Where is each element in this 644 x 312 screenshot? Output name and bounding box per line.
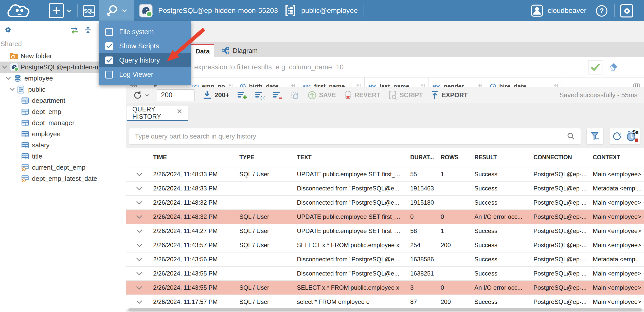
tree-item-title[interactable]: title — [0, 151, 126, 162]
grid-column-header-birth_date[interactable]: birth_date — [236, 77, 299, 87]
checkbox-unchecked-icon[interactable] — [105, 28, 113, 36]
help-button[interactable]: ? — [595, 5, 608, 18]
grid-column-header-gender[interactable]: abcgender — [429, 77, 486, 87]
sidebar-settings-gear-icon[interactable] — [4, 26, 12, 34]
revert-button[interactable]: REVERT — [344, 91, 380, 100]
add-row-button[interactable] — [237, 91, 247, 100]
tree-expander-icon[interactable] — [2, 65, 10, 69]
query-history-search-input[interactable] — [135, 132, 567, 140]
refresh-icon[interactable] — [612, 131, 622, 142]
sort-icon[interactable] — [228, 83, 234, 87]
export-button[interactable]: EXPORT — [431, 91, 468, 100]
query-history-row[interactable]: 2/26/2024, 11:48:32 PMSQL / UserUPDATE p… — [126, 209, 644, 224]
chevron-down-icon[interactable] — [66, 9, 72, 14]
query-history-row[interactable]: 2/26/2024, 11:48:32 PMDisconnected from … — [126, 195, 644, 209]
grid-column-header-last_name[interactable]: abclast_name — [365, 77, 429, 87]
query-history-row[interactable]: 2/26/2024, 11:43:55 PMDisconnected from … — [126, 266, 644, 280]
expand-chevron-icon — [136, 286, 143, 290]
menu-item-show-scripts[interactable]: Show Scripts — [99, 39, 191, 53]
tree-item-dept-emp[interactable]: dept_emp — [0, 106, 126, 117]
close-icon[interactable] — [177, 109, 182, 114]
query-history-row[interactable]: 2/26/2024, 11:44:27 PMSQL / UserUPDATE p… — [126, 224, 644, 238]
script-button[interactable]: SCRIPT — [388, 91, 423, 100]
expand-chevron-icon[interactable] — [126, 252, 153, 266]
horizontal-scrollbar[interactable] — [128, 308, 642, 311]
checkbox-unchecked-icon[interactable] — [105, 71, 113, 79]
sort-icon[interactable] — [478, 83, 484, 87]
checkbox-checked-icon[interactable] — [105, 42, 113, 50]
expand-chevron-icon[interactable] — [126, 281, 153, 295]
qh-column-header-text[interactable]: TEXT — [297, 148, 410, 167]
collapse-all-icon[interactable] — [84, 26, 92, 34]
auto-refresh-timer-button[interactable]: 5s — [625, 130, 638, 142]
expand-chevron-icon[interactable] — [126, 224, 153, 238]
qh-column-header-time[interactable]: TIME — [153, 148, 239, 167]
qh-column-header-type[interactable]: TYPE — [239, 148, 297, 167]
fetch-more-button[interactable]: 200+ — [202, 91, 229, 100]
cloudbeaver-logo-icon[interactable] — [6, 2, 34, 21]
grid-column-header-first_name[interactable]: abcfirst_name — [299, 77, 365, 87]
tree-item-salary[interactable]: salary — [0, 140, 126, 151]
clear-filter-button[interactable] — [609, 63, 619, 72]
query-history-row[interactable]: 2/26/2024, 11:43:55 PMSQL / UserSELECT x… — [126, 280, 644, 295]
refresh-button[interactable] — [133, 90, 149, 100]
expand-chevron-icon[interactable] — [126, 238, 153, 252]
connection-selector[interactable]: PostgreSQL@ep-hidden-moon-55203 — [139, 0, 278, 21]
tree-expander-icon[interactable] — [9, 88, 17, 91]
expand-chevron-icon[interactable] — [126, 210, 153, 224]
auto-refresh-button[interactable] — [290, 91, 300, 100]
tree-item-employee[interactable]: employee — [0, 128, 126, 140]
sort-icon[interactable] — [356, 83, 362, 87]
tree-item-public[interactable]: public — [0, 84, 126, 95]
tree-item-dept-emp-latest-date[interactable]: dept_emp_latest_date — [0, 173, 126, 184]
query-history-row[interactable]: 2/26/2024, 11:43:56 PMDisconnected from … — [126, 252, 644, 266]
tab-query-history[interactable]: QUERY HISTORY — [127, 106, 188, 121]
qh-column-header-durat[interactable]: DURAT... — [410, 148, 441, 167]
qh-column-header-context[interactable]: CONTEXT — [593, 148, 644, 167]
query-history-filter-button[interactable] — [587, 128, 603, 144]
query-history-row[interactable]: 2/26/2024, 11:48:33 PMSQL / UserUPDATE p… — [126, 167, 644, 181]
schema-selector[interactable]: public@employee — [284, 0, 358, 21]
sort-icon[interactable] — [291, 83, 296, 87]
grid-columns-chooser[interactable] — [562, 77, 644, 87]
tree-expander-icon[interactable] — [6, 76, 14, 80]
grid-column-header-emp_no[interactable]: 123emp_no — [187, 77, 236, 87]
tools-menu-button[interactable] — [99, 0, 134, 21]
delete-row-button[interactable] — [273, 91, 283, 100]
expand-chevron-icon[interactable] — [126, 267, 153, 280]
grid-column-header-hire_date[interactable]: hire_date — [486, 77, 562, 87]
cell-duration: 3 — [410, 281, 441, 295]
tree-item-dept-manager[interactable]: dept_manager — [0, 117, 126, 128]
menu-item-file-system[interactable]: File system — [99, 25, 191, 39]
qh-column-header-result[interactable]: RESULT — [474, 148, 533, 167]
query-history-row[interactable]: 2/26/2024, 11:43:57 PMSQL / UserSELECT x… — [126, 238, 644, 252]
expand-chevron-icon[interactable] — [126, 167, 153, 181]
tab-data[interactable]: Data — [191, 44, 214, 57]
new-connection-button[interactable] — [49, 3, 64, 18]
sort-icon[interactable] — [553, 83, 559, 87]
user-menu[interactable]: cloudbeaver — [531, 0, 586, 21]
data-filter-input[interactable] — [126, 57, 588, 77]
menu-item-query-history[interactable]: Query history — [99, 53, 191, 67]
checkbox-checked-icon[interactable] — [105, 56, 113, 64]
query-history-row[interactable]: 2/26/2024, 11:48:33 PMDisconnected from … — [126, 181, 644, 195]
expand-chevron-icon[interactable] — [126, 182, 153, 195]
sql-editor-button[interactable]: SQL — [83, 5, 95, 17]
row-limit-input[interactable] — [157, 89, 195, 101]
swap-arrows-icon[interactable] — [70, 27, 79, 35]
menu-item-log-viewer[interactable]: Log Viewer — [99, 67, 191, 82]
apply-filter-button[interactable] — [588, 60, 602, 74]
duplicate-row-button[interactable]: (+) — [255, 91, 265, 100]
tree-item-current-dept-emp[interactable]: current_dept_emp — [0, 162, 126, 173]
save-button[interactable]: SAVE — [308, 91, 336, 100]
expand-chevron-icon[interactable] — [126, 295, 153, 309]
expand-chevron-icon[interactable] — [126, 196, 153, 209]
query-history-row[interactable]: 2/26/2024, 11:17:57 PMSQL / Userselect *… — [126, 295, 644, 309]
settings-button[interactable] — [620, 4, 633, 17]
cell-type: SQL / User — [239, 224, 297, 238]
sort-icon[interactable] — [420, 83, 426, 87]
qh-column-header-rows[interactable]: ROWS — [441, 148, 474, 167]
qh-column-header-connection[interactable]: CONNECTION — [533, 148, 593, 167]
tree-item-department[interactable]: department — [0, 95, 126, 106]
tab-diagram[interactable]: Diagram — [214, 44, 265, 57]
